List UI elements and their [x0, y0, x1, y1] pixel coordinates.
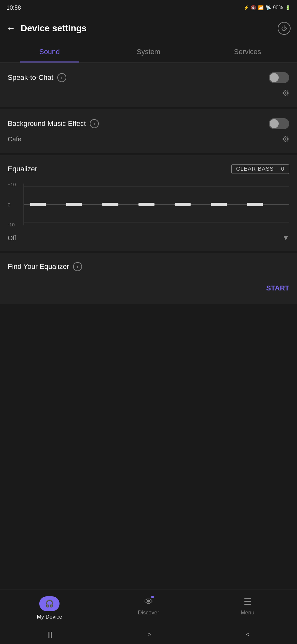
speak-to-chat-section: Speak-to-Chat i ⚙	[0, 63, 297, 109]
battery-icon: 🔋	[285, 5, 291, 10]
signal-icon: 📡	[265, 5, 271, 10]
find-equalizer-label: Find Your Equalizer	[8, 262, 69, 271]
svg-rect-7	[138, 203, 154, 206]
nav-discover[interactable]: 👁 Discover	[99, 590, 198, 625]
tab-services[interactable]: Services	[198, 41, 297, 62]
bluetooth-icon: ⚡	[243, 5, 249, 10]
recent-apps-button[interactable]: |||	[47, 631, 52, 638]
menu-icon: ☰	[244, 596, 252, 607]
tab-system[interactable]: System	[99, 41, 198, 62]
background-music-settings-icon[interactable]: ⚙	[282, 134, 289, 144]
my-device-icon: 🎧	[45, 600, 54, 608]
equalizer-section: Equalizer CLEAR BASS 0 +10 0 -10	[0, 155, 297, 253]
tab-bar: Sound System Services	[0, 41, 297, 63]
mute-icon: 🔇	[251, 5, 256, 10]
eq-mode-label: Off	[8, 234, 16, 242]
svg-rect-4	[30, 203, 46, 206]
clear-bass-label: CLEAR BASS	[236, 166, 274, 172]
background-music-info-icon[interactable]: i	[90, 119, 99, 128]
svg-rect-5	[66, 203, 82, 206]
clear-bass-value: 0	[281, 166, 284, 172]
equalizer-title: Equalizer	[8, 165, 37, 173]
discover-icon-wrapper: 👁	[144, 596, 153, 607]
back-button[interactable]: ←	[6, 23, 15, 33]
find-equalizer-label-group: Find Your Equalizer i	[8, 262, 82, 271]
speak-to-chat-settings-icon[interactable]: ⚙	[282, 88, 289, 98]
start-button[interactable]: START	[266, 284, 289, 292]
eq-label-bot: -10	[8, 222, 16, 227]
svg-rect-6	[102, 203, 118, 206]
background-music-section: Background Music Effect i Cafe ⚙	[0, 109, 297, 155]
find-equalizer-section: Find Your Equalizer i START	[0, 253, 297, 306]
status-time: 10:58	[6, 5, 21, 11]
nav-my-device[interactable]: 🎧 My Device	[0, 590, 99, 625]
bottom-spacer	[0, 306, 297, 364]
home-button[interactable]: ○	[147, 631, 151, 638]
background-music-label-group: Background Music Effect i	[8, 119, 99, 128]
clear-bass-badge: CLEAR BASS 0	[231, 164, 289, 174]
background-music-toggle[interactable]	[269, 118, 289, 129]
my-device-pill: 🎧	[39, 596, 60, 611]
status-icons: ⚡ 🔇 📶 📡 90% 🔋	[243, 5, 291, 11]
battery-level: 90%	[273, 5, 283, 11]
nav-my-device-label: My Device	[37, 614, 62, 620]
bottom-nav: 🎧 My Device 👁 Discover ☰ Menu	[0, 590, 297, 625]
top-bar: ← Device settings ⏻	[0, 15, 297, 41]
tab-sound[interactable]: Sound	[0, 41, 99, 62]
android-back-button[interactable]: <	[246, 631, 250, 638]
eq-y-labels: +10 0 -10	[8, 180, 16, 229]
nav-discover-label: Discover	[138, 610, 159, 616]
android-nav-bar: ||| ○ <	[0, 625, 297, 644]
background-music-sublabel: Cafe	[8, 136, 21, 143]
equalizer-chart: +10 0 -10	[8, 180, 289, 229]
status-bar: 10:58 ⚡ 🔇 📶 📡 90% 🔋	[0, 0, 297, 15]
power-icon: ⏻	[281, 25, 287, 32]
svg-rect-8	[175, 203, 191, 206]
speak-to-chat-label-group: Speak-to-Chat i	[8, 73, 66, 82]
discover-notification-dot	[151, 596, 154, 598]
svg-rect-10	[247, 203, 263, 206]
page-title: Device settings	[21, 23, 278, 33]
eq-dropdown-icon[interactable]: ▼	[282, 234, 289, 242]
speak-to-chat-info-icon[interactable]: i	[57, 73, 66, 82]
svg-rect-9	[211, 203, 227, 206]
eq-svg	[8, 180, 289, 229]
eq-label-mid: 0	[8, 202, 16, 207]
speak-to-chat-label: Speak-to-Chat	[8, 73, 53, 82]
find-equalizer-info-icon[interactable]: i	[73, 262, 82, 271]
nav-menu[interactable]: ☰ Menu	[198, 590, 297, 625]
background-music-label: Background Music Effect	[8, 119, 86, 128]
speak-to-chat-toggle[interactable]	[269, 72, 289, 83]
wifi-icon: 📶	[258, 5, 264, 10]
nav-menu-label: Menu	[241, 610, 255, 616]
eq-label-top: +10	[8, 182, 16, 187]
power-button[interactable]: ⏻	[278, 22, 291, 35]
